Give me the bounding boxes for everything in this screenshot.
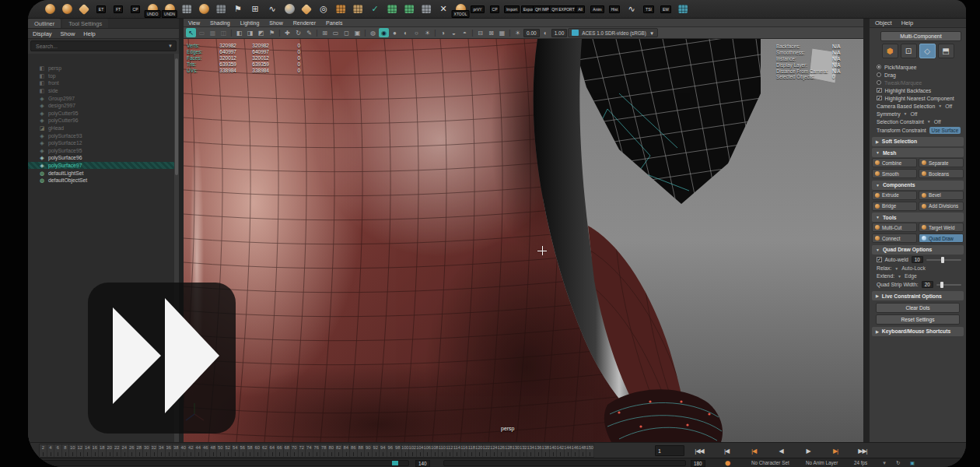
tk-menu-object[interactable]: Object: [875, 19, 892, 26]
tool-button-extrude[interactable]: Extrude: [872, 191, 917, 200]
marquee-icon[interactable]: ▭: [197, 28, 207, 37]
timeline-frame-6[interactable]: 6: [54, 444, 62, 457]
quad-strip-width-slider[interactable]: [936, 284, 961, 286]
gamma-value[interactable]: 1.00: [551, 29, 568, 37]
shaded-textured-icon[interactable]: ◉: [379, 28, 389, 37]
outliner-item-persp[interactable]: ◧persp: [28, 65, 174, 72]
auto-weld-slider[interactable]: [926, 259, 961, 261]
section-components[interactable]: ▼ Components: [872, 181, 964, 190]
shelf-poly-sphere[interactable]: [42, 1, 58, 18]
timeline-frame-92[interactable]: 92: [373, 444, 380, 457]
timeline-frame-116[interactable]: 116: [461, 444, 469, 457]
tab-outliner[interactable]: Outliner: [28, 19, 61, 28]
tk-menu-help[interactable]: Help: [901, 19, 913, 26]
timeline-frame-28[interactable]: 28: [136, 444, 144, 457]
shelf-undn-shelf[interactable]: UNDN: [162, 1, 177, 18]
viewport-3d-scene[interactable]: Verts:3209823209820Edges:6409976409970Fa…: [184, 39, 863, 442]
shelf-bend-arrow[interactable]: ∿: [624, 1, 639, 18]
timeline-frame-78[interactable]: 78: [320, 444, 328, 457]
auto-weld-field[interactable]: 10: [912, 256, 923, 263]
shelf-slide-edge[interactable]: [213, 1, 229, 18]
lasso-icon[interactable]: ▩: [208, 28, 218, 37]
shelf-poly-ball[interactable]: [196, 1, 212, 18]
image-plane-icon[interactable]: ▦: [497, 28, 507, 37]
camera-bookmark-icon[interactable]: ◨: [245, 28, 255, 37]
section-soft-selection[interactable]: ▶ Soft Selection: [872, 137, 964, 146]
shelf-anim-shelf[interactable]: Anim: [590, 1, 605, 18]
shelf-check-icon[interactable]: ✓: [367, 1, 383, 18]
set-key-icon[interactable]: ⬤: [725, 460, 730, 465]
timeline-frame-108[interactable]: 108: [432, 444, 439, 457]
timeline-frame-32[interactable]: 32: [151, 444, 159, 457]
lights-icon[interactable]: ☀: [422, 28, 432, 37]
tool-button-target-weld[interactable]: Target Weld: [919, 223, 964, 232]
quad-strip-width-field[interactable]: 20: [922, 281, 933, 288]
search-input[interactable]: [34, 43, 168, 50]
play-backward-button[interactable]: ◀: [772, 445, 789, 456]
timeline-frame-110[interactable]: 110: [439, 444, 446, 457]
timeline-frame-96[interactable]: 96: [387, 444, 395, 457]
shelf-green-mesh[interactable]: [384, 1, 400, 18]
section-mesh[interactable]: ▼ Mesh: [872, 148, 964, 157]
timeline-frame-42[interactable]: 42: [187, 444, 195, 457]
chevron-down-icon[interactable]: ▼: [882, 460, 887, 465]
tool-button-multi-cut[interactable]: Multi-Cut: [872, 223, 917, 232]
shelf-tsi-shelf[interactable]: TSI: [641, 1, 656, 18]
timeline-frame-52[interactable]: 52: [225, 444, 233, 457]
section-keyboard-mouse-shortcuts[interactable]: ▶ Keyboard/Mouse Shortcuts: [872, 327, 964, 336]
timeline-frame-74[interactable]: 74: [306, 444, 313, 457]
select-tool-icon[interactable]: ↖: [186, 28, 196, 37]
exposure-value[interactable]: 0.00: [523, 29, 540, 37]
rotate-icon[interactable]: ↻: [293, 28, 303, 37]
timeline-frame-4[interactable]: 4: [47, 444, 55, 457]
timeline-ruler[interactable]: 2468101214161820222426283032343638404244…: [39, 444, 594, 458]
timeline-frame-62[interactable]: 62: [261, 444, 269, 457]
isolate-add-icon[interactable]: ⊠: [486, 28, 496, 37]
transform-constraint-button[interactable]: Use Surface: [929, 127, 961, 134]
shelf-curve-icon[interactable]: ∿: [264, 1, 280, 18]
tool-button-smooth[interactable]: Smooth: [872, 169, 917, 178]
color-space-dropdown[interactable]: ACES 1.0 SDR-video (sRGB)▼: [568, 28, 658, 37]
flat-shade-icon[interactable]: ◐: [401, 28, 411, 37]
shelf-cp2-shelf[interactable]: CP: [487, 1, 502, 18]
tool-button-separate[interactable]: Separate: [919, 158, 964, 167]
timeline-frame-10[interactable]: 10: [69, 444, 77, 457]
wireframe-icon[interactable]: ○: [411, 28, 422, 37]
timeline-frame-24[interactable]: 24: [121, 444, 129, 457]
vp-menu-show[interactable]: Show: [269, 20, 283, 26]
shelf-combine-mesh[interactable]: [333, 1, 348, 18]
chevron-down-icon[interactable]: ▼: [898, 274, 901, 279]
checkbox-highlight-backfaces[interactable]: ✓Highlight Backfaces: [870, 86, 966, 94]
tool-button-bridge[interactable]: Bridge: [872, 202, 917, 211]
timeline-frame-16[interactable]: 16: [92, 444, 100, 457]
timeline-frame-82[interactable]: 82: [335, 444, 343, 457]
timeline-frame-48[interactable]: 48: [210, 444, 218, 457]
outliner-item-polySurface93[interactable]: ◈polySurface93: [28, 132, 174, 139]
outliner-item-polySurface96[interactable]: ◈polySurface96: [28, 154, 174, 162]
shelf-xtool-shelf[interactable]: XTOOL: [453, 1, 468, 18]
shelf-orange-diamond[interactable]: [299, 1, 314, 18]
timeline-frame-76[interactable]: 76: [313, 444, 321, 457]
timeline-frame-58[interactable]: 58: [247, 444, 254, 457]
timeline-frame-34[interactable]: 34: [158, 444, 166, 457]
relax-value[interactable]: Auto-Lock: [901, 265, 926, 271]
outliner-item-top[interactable]: ◧top: [28, 72, 174, 80]
menu-display[interactable]: Display: [33, 30, 52, 37]
camera-attributes-icon[interactable]: ◩: [256, 28, 266, 37]
vertex-mode-icon[interactable]: ⊡: [901, 44, 917, 58]
anim-prefs-icon[interactable]: ▣: [910, 460, 915, 465]
timeline-frame-36[interactable]: 36: [166, 444, 173, 457]
extend-value[interactable]: Edge: [905, 273, 917, 279]
ssao-icon[interactable]: ◒: [449, 28, 459, 37]
outliner-item-defaultLightSet[interactable]: ◍defaultLightSet: [28, 169, 174, 177]
fps-menu[interactable]: 24 fps: [854, 460, 867, 465]
shelf-ft-shelf[interactable]: FT: [110, 1, 126, 18]
timeline-frame-54[interactable]: 54: [232, 444, 240, 457]
timeline-frame-22[interactable]: 22: [114, 444, 121, 457]
outliner-item-polySurface95[interactable]: ◈polySurface95: [28, 147, 174, 155]
face-mode-icon[interactable]: ⬒: [938, 44, 954, 58]
gate-mask-icon[interactable]: ▣: [352, 28, 362, 37]
shelf-qh-export-shelf[interactable]: QH EXPORT: [555, 1, 571, 18]
timeline-frame-12[interactable]: 12: [77, 444, 85, 457]
smooth-shade-icon[interactable]: ●: [390, 28, 400, 37]
